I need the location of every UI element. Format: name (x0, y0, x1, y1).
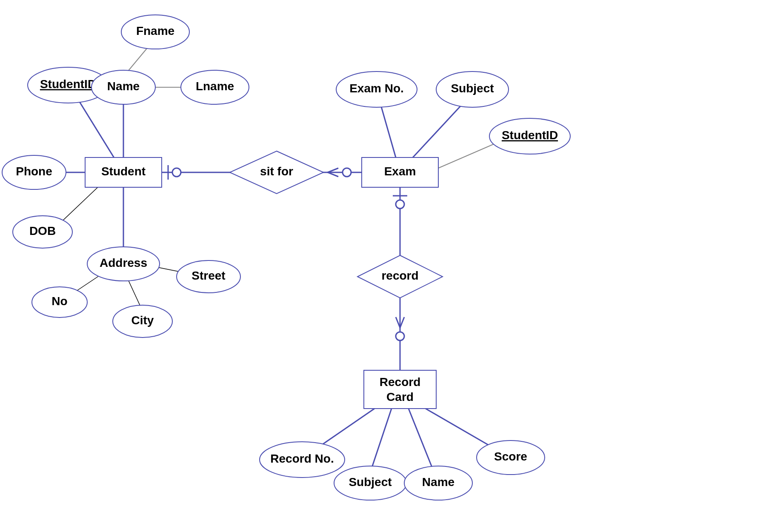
attr-exam-subject-label: Subject (451, 82, 494, 95)
attr-address: Address (87, 247, 160, 281)
entity-student: Student (85, 157, 162, 187)
attr-score: Score (477, 440, 545, 475)
attr-street: Street (177, 260, 240, 293)
attr-address-label: Address (100, 256, 147, 269)
attr-exam-no-label: Exam No. (349, 82, 404, 95)
relationship-sit-for-label: sit for (260, 165, 293, 178)
entity-record-card-label-1: Record (380, 375, 420, 389)
relationship-record-label: record (381, 269, 418, 282)
attr-lname-label: Lname (196, 80, 234, 93)
attr-exam-student-id-label: StudentID (502, 129, 558, 142)
attr-phone-label: Phone (16, 165, 52, 178)
attr-fname: Fname (121, 15, 189, 49)
attr-phone: Phone (2, 155, 66, 189)
attr-score-label: Score (494, 450, 527, 463)
attr-name: Name (91, 70, 155, 104)
attr-lname: Lname (181, 70, 249, 104)
link-exam-studentid (438, 140, 502, 168)
entity-record-card: Record Card (364, 370, 436, 409)
link-student-studentid (74, 94, 119, 166)
attr-rc-subject: Subject (334, 466, 406, 500)
attr-name-label: Name (107, 80, 140, 93)
attr-record-no-label: Record No. (270, 452, 334, 465)
attr-student-id-label: StudentID (40, 77, 96, 91)
attr-street-label: Street (192, 269, 225, 282)
link-address-city (128, 279, 140, 306)
entity-student-label: Student (101, 165, 146, 178)
link-student-dob (57, 185, 100, 226)
relationship-sit-for: sit for (230, 151, 323, 194)
svg-point-4 (396, 200, 404, 209)
attr-exam-student-id: StudentID (489, 118, 570, 154)
link-exam-subject (413, 98, 468, 157)
attr-exam-subject: Subject (436, 72, 509, 107)
entity-exam-label: Exam (384, 165, 416, 178)
svg-point-2 (343, 168, 351, 177)
attr-city-label: City (131, 314, 154, 327)
attr-no: No (32, 287, 87, 317)
attr-fname-label: Fname (136, 24, 174, 37)
link-rc-name (409, 409, 434, 472)
entity-record-card-label-2: Card (386, 390, 414, 403)
attr-exam-no: Exam No. (336, 72, 417, 107)
attr-city: City (113, 305, 172, 338)
entity-exam: Exam (362, 157, 438, 187)
svg-point-1 (172, 168, 181, 177)
attr-dob-label: DOB (29, 224, 56, 237)
svg-point-5 (396, 332, 404, 340)
attr-no-label: No (51, 295, 67, 308)
attr-record-no: Record No. (260, 442, 345, 478)
relationship-record: record (357, 255, 443, 298)
attr-dob: DOB (13, 216, 72, 248)
attr-rc-subject-label: Subject (349, 475, 392, 489)
attr-rc-name: Name (404, 466, 472, 500)
link-rc-subject (370, 409, 392, 472)
attr-rc-name-label: Name (422, 475, 454, 489)
er-diagram: Student Exam Record Card sit for record … (0, 0, 766, 532)
